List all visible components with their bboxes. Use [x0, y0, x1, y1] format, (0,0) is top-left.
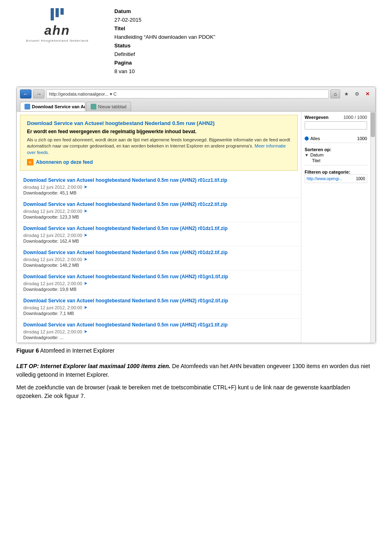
- browser-tabs: Download Service van Actu... ✕ Nieuw tab…: [20, 102, 372, 111]
- back-button[interactable]: ←: [20, 89, 31, 98]
- feed-item: Download Service van Actueel hoogtebesta…: [17, 174, 301, 198]
- feed-item-arrow: ➤: [84, 305, 87, 310]
- sidebar-weergeven-section: Weergeven 1000 / 1000: [305, 115, 367, 132]
- feed-item-title[interactable]: Download Service van Actueel hoogtebesta…: [23, 322, 294, 328]
- feed-header-title: Download Service van Actueel hoogtebesta…: [27, 120, 291, 126]
- logo-bar-2: [56, 8, 59, 17]
- meta-status-row: Status: [114, 42, 215, 49]
- feed-item-meta: dinsdag 12 juni 2012, 2:00:00 ➤: [23, 329, 294, 334]
- star-icon[interactable]: ★: [342, 90, 351, 98]
- address-bar[interactable]: http://geodata.nationaalgeor... ▾ C: [46, 89, 329, 98]
- filter-link[interactable]: http://www.opengi...: [307, 177, 342, 181]
- tab-download-service[interactable]: Download Service van Actu... ✕: [20, 102, 85, 111]
- feed-item-date: dinsdag 12 juni 2012, 2:00:00: [23, 305, 82, 310]
- sort-titel-item[interactable]: Titel: [305, 158, 367, 163]
- sidebar-alles-item[interactable]: Alles 1000: [305, 136, 367, 141]
- document-header: ahn Actueel Hoogtebestand Nederland Datu…: [0, 0, 392, 83]
- caption-text: Atomfeed in Internet Explorer: [40, 347, 114, 354]
- feed-item-title[interactable]: Download Service van Actueel hoogtebesta…: [23, 226, 294, 231]
- meta-titel-value-row: Handleiding “AHN downloaden van PDOK”: [114, 34, 215, 40]
- sort-datum-arrow: ▼: [305, 153, 309, 157]
- feed-item-size: Downloadgrootte: 148,2 MB: [23, 263, 294, 268]
- sidebar-sort-section: Sorteren op: ▼ Datum Titel: [305, 147, 367, 165]
- feed-item-title[interactable]: Download Service van Actueel hoogtebesta…: [23, 177, 294, 183]
- feed-header-subtitle: Er wordt een feed weergegeven die regelm…: [27, 129, 291, 134]
- text-content: LET OP: Internet Explorer laat maximaal …: [0, 359, 392, 408]
- logo-text: ahn: [45, 23, 70, 38]
- feed-item-date: dinsdag 12 juni 2012, 2:00:00: [23, 233, 82, 238]
- figure-caption: Figuur 6 Atomfeed in Internet Explorer: [16, 347, 376, 354]
- meta-pagina-value-row: 8 van 10: [114, 68, 215, 74]
- feed-item-arrow: ➤: [84, 281, 87, 286]
- feed-item: Download Service van Actueel hoogtebesta…: [17, 246, 301, 270]
- tab2-label: Nieuw tabblad: [98, 104, 127, 109]
- tab-icon-1: [24, 104, 30, 109]
- tab-icon-2: [91, 104, 96, 109]
- feed-subscribe: ⎘ Abonneren op deze feed: [27, 159, 291, 165]
- feed-main: Download Service van Actueel hoogtebesta…: [17, 112, 301, 343]
- feed-item-title[interactable]: Download Service van Actueel hoogtebesta…: [23, 298, 294, 304]
- browser-window: ← → http://geodata.nationaalgeor... ▾ C …: [16, 87, 376, 343]
- sidebar-alles-count: 1000: [357, 136, 367, 141]
- sidebar-weergeven-row: Weergeven 1000 / 1000: [305, 115, 367, 120]
- logo-subtext: Actueel Hoogtebestand Nederland: [26, 39, 88, 42]
- meta-datum-value-row: 27-02-2015: [114, 17, 215, 23]
- feed-item-size: Downloadgrootte: 19,8 MB: [23, 287, 294, 292]
- tab1-label: Download Service van Actu...: [32, 104, 85, 109]
- feed-item-date: dinsdag 12 juni 2012, 2:00:00: [23, 257, 82, 262]
- feed-item-size: Downloadgrootte: 7,1 MB: [23, 311, 294, 316]
- sidebar-alles-radio[interactable]: [305, 136, 309, 141]
- meta-status-value-row: Definitief: [114, 51, 215, 57]
- subscribe-link[interactable]: Abonneren op deze feed: [36, 159, 93, 165]
- browser-content: Download Service van Actueel hoogtebesta…: [17, 112, 375, 343]
- home-button[interactable]: ⌂: [330, 89, 340, 98]
- meta-datum-row: Datum: [114, 8, 215, 14]
- feed-item-date: dinsdag 12 juni 2012, 2:00:00: [23, 329, 82, 334]
- feed-item-size: Downloadgrootte: ...: [23, 335, 294, 340]
- scrollbar-thumb[interactable]: [371, 112, 375, 137]
- pagina-value: 8 van 10: [114, 68, 135, 74]
- browser-toolbar-row: ← → http://geodata.nationaalgeor... ▾ C …: [20, 89, 372, 100]
- feed-item: Download Service van Actueel hoogtebesta…: [17, 270, 301, 295]
- sort-datum-item[interactable]: ▼ Datum: [305, 152, 367, 158]
- feed-item: Download Service van Actueel hoogtebesta…: [17, 222, 301, 246]
- titel-value: Handleiding “AHN downloaden van PDOK”: [114, 34, 215, 40]
- feed-item-meta: dinsdag 12 juni 2012, 2:00:00 ➤: [23, 257, 294, 262]
- datum-value: 27-02-2015: [114, 17, 142, 23]
- filter-count: 1000: [356, 177, 365, 181]
- gear-icon[interactable]: ⚙: [352, 90, 361, 98]
- sidebar-radio-section: Alles 1000: [305, 136, 367, 143]
- forward-button[interactable]: →: [33, 89, 45, 98]
- meta-titel-row: Titel: [114, 25, 215, 31]
- sort-datum-label: Datum: [310, 152, 323, 157]
- meta-info: Datum 27-02-2015 Titel Handleiding “AHN …: [114, 8, 215, 74]
- feed-item-date: dinsdag 12 juni 2012, 2:00:00: [23, 281, 82, 286]
- feed-item-size: Downloadgrootte: 162,4 MB: [23, 239, 294, 244]
- sidebar-weergeven-label: Weergeven: [305, 115, 329, 120]
- sidebar-weergeven-value: 1000 / 1000: [343, 115, 367, 120]
- tab-new[interactable]: Nieuw tabblad: [86, 102, 131, 111]
- feed-item-meta: dinsdag 12 juni 2012, 2:00:00 ➤: [23, 305, 294, 310]
- paragraph-1: LET OP: Internet Explorer laat maximaal …: [16, 362, 376, 379]
- close-window-icon[interactable]: ✕: [363, 90, 372, 98]
- caption-bold: Figuur 6: [16, 347, 39, 354]
- datum-label: Datum: [114, 8, 131, 14]
- let-op-text: LET OP: Internet Explorer laat maximaal …: [16, 363, 170, 369]
- feed-item-date: dinsdag 12 juni 2012, 2:00:00: [23, 185, 82, 190]
- logo-bars: [51, 8, 64, 20]
- sidebar-search-input[interactable]: [305, 121, 367, 130]
- status-value: Definitief: [114, 51, 135, 57]
- feed-item-size: Downloadgrootte: 45,1 MB: [23, 190, 294, 195]
- feed-item-title[interactable]: Download Service van Actueel hoogtebesta…: [23, 201, 294, 207]
- toolbar-right: ★ ⚙ ✕: [342, 90, 372, 98]
- feed-item: Download Service van Actueel hoogtebesta…: [17, 198, 301, 222]
- feed-item-title[interactable]: Download Service van Actueel hoogtebesta…: [23, 250, 294, 255]
- pagina-label: Pagina: [114, 60, 132, 66]
- scrollbar[interactable]: [370, 112, 375, 343]
- feed-item: Download Service van Actueel hoogtebesta…: [17, 295, 301, 319]
- feed-item-title[interactable]: Download Service van Actueel hoogtebesta…: [23, 274, 294, 279]
- browser-chrome: ← → http://geodata.nationaalgeor... ▾ C …: [17, 87, 375, 112]
- feed-item-meta: dinsdag 12 juni 2012, 2:00:00 ➤: [23, 281, 294, 286]
- feed-item-arrow: ➤: [84, 232, 87, 238]
- feed-header-text: Als u zich op een feed abonneert, wordt …: [27, 137, 291, 156]
